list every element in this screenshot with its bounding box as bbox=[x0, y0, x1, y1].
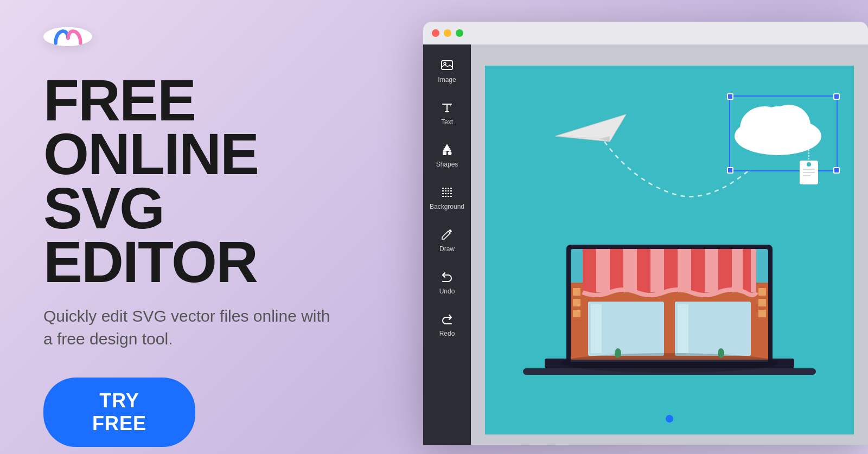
svg-rect-44 bbox=[758, 288, 766, 296]
svg-point-48 bbox=[615, 348, 621, 358]
svg-point-49 bbox=[718, 348, 724, 358]
svg-rect-45 bbox=[758, 299, 766, 306]
draw-icon bbox=[441, 228, 454, 242]
svg-rect-30 bbox=[583, 249, 596, 292]
right-panel: Image T Text bbox=[412, 0, 868, 454]
svg-rect-33 bbox=[664, 249, 678, 292]
tool-image-label: Image bbox=[438, 76, 456, 84]
svg-rect-34 bbox=[691, 249, 705, 292]
editor-sidebar: Image T Text bbox=[423, 44, 471, 445]
svg-rect-31 bbox=[610, 249, 623, 292]
handle-tl bbox=[727, 93, 733, 100]
svg-rect-36 bbox=[743, 249, 751, 292]
tool-shapes[interactable]: Shapes bbox=[423, 136, 471, 176]
canvas-indicator-dot bbox=[666, 415, 673, 423]
svg-marker-3 bbox=[444, 145, 450, 150]
canvas-area bbox=[485, 66, 854, 434]
tool-draw-label: Draw bbox=[439, 245, 455, 253]
store-illustration bbox=[512, 218, 827, 434]
tool-draw[interactable]: Draw bbox=[423, 220, 471, 260]
tool-shapes-label: Shapes bbox=[436, 161, 458, 168]
subtitle: Quickly edit SVG vector files online wit… bbox=[43, 305, 336, 350]
browser-content: Image T Text bbox=[423, 44, 868, 445]
browser-window: Image T Text bbox=[423, 22, 868, 445]
tool-undo-label: Undo bbox=[439, 287, 455, 295]
tool-text-label: Text bbox=[441, 118, 453, 126]
handle-br bbox=[833, 167, 840, 174]
page-container: FREE ONLINE SVG EDITOR Quickly edit SVG … bbox=[0, 0, 868, 454]
svg-rect-42 bbox=[573, 299, 580, 306]
left-panel: FREE ONLINE SVG EDITOR Quickly edit SVG … bbox=[0, 0, 412, 454]
svg-rect-50 bbox=[571, 360, 768, 362]
svg-rect-0 bbox=[442, 61, 452, 69]
tool-redo-label: Redo bbox=[439, 330, 455, 337]
headline: FREE ONLINE SVG EDITOR bbox=[43, 73, 380, 289]
undo-icon bbox=[441, 270, 454, 285]
tool-text[interactable]: T Text bbox=[423, 93, 471, 133]
try-free-button[interactable]: TRY FREE bbox=[43, 378, 195, 447]
background-icon bbox=[441, 186, 454, 200]
handle-tr bbox=[833, 93, 840, 100]
svg-rect-35 bbox=[718, 249, 732, 292]
logo-icon bbox=[53, 27, 83, 46]
svg-rect-41 bbox=[573, 288, 580, 296]
image-icon bbox=[441, 59, 454, 73]
svg-rect-43 bbox=[573, 310, 580, 317]
svg-point-5 bbox=[448, 151, 452, 155]
svg-point-47 bbox=[561, 353, 778, 373]
price-tag bbox=[795, 150, 822, 193]
svg-rect-4 bbox=[443, 151, 446, 155]
shapes-icon bbox=[441, 143, 454, 158]
logo-container bbox=[43, 27, 92, 46]
svg-rect-32 bbox=[637, 249, 650, 292]
browser-titlebar bbox=[423, 22, 868, 44]
svg-rect-39 bbox=[591, 304, 602, 353]
minimize-dot bbox=[444, 29, 451, 37]
handle-bl bbox=[727, 167, 733, 174]
editor-canvas[interactable] bbox=[471, 44, 868, 445]
redo-icon bbox=[441, 312, 454, 327]
tool-undo[interactable]: Undo bbox=[423, 263, 471, 303]
maximize-dot bbox=[456, 29, 463, 37]
svg-rect-46 bbox=[758, 310, 766, 317]
text-icon: T bbox=[441, 101, 454, 116]
svg-text:T: T bbox=[449, 103, 452, 107]
tool-image[interactable]: Image bbox=[423, 51, 471, 91]
close-dot bbox=[432, 29, 439, 37]
svg-marker-11 bbox=[556, 114, 626, 142]
svg-point-20 bbox=[807, 162, 811, 167]
tool-redo[interactable]: Redo bbox=[423, 305, 471, 345]
tool-background-label: Background bbox=[430, 203, 464, 210]
tool-background[interactable]: Background bbox=[423, 178, 471, 218]
svg-rect-40 bbox=[678, 304, 688, 353]
